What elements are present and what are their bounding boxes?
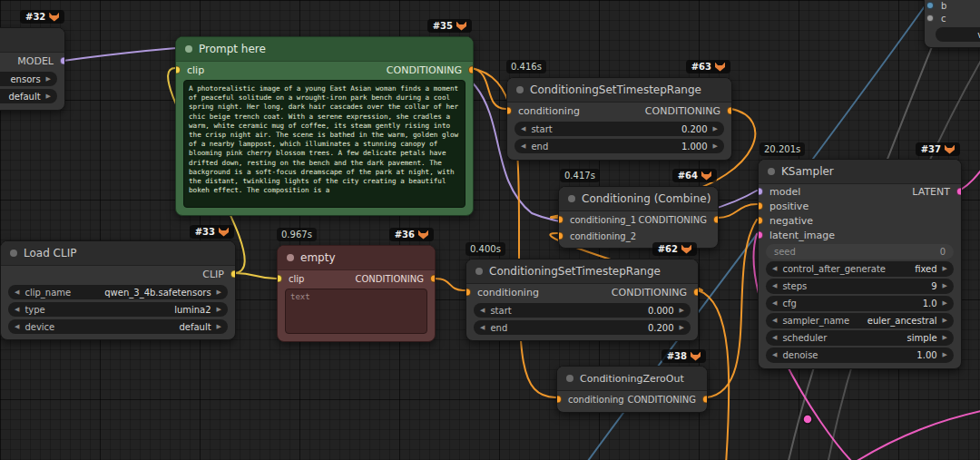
model-input-port[interactable] [758, 188, 763, 196]
widget-model-option[interactable]: ◀ default ▶ [0, 89, 57, 103]
node-graph-canvas[interactable]: { "colors": { "clip": "#f6d24a", "condit… [0, 0, 980, 460]
right-arrow-icon[interactable]: ▶ [46, 76, 51, 83]
clip-input-port[interactable] [277, 275, 282, 283]
right-arrow-icon[interactable]: ▶ [713, 143, 718, 150]
left-arrow-icon[interactable]: ◀ [521, 143, 525, 150]
node-titlebar[interactable]: Prompt here [176, 37, 473, 62]
text-textarea[interactable]: text [285, 289, 427, 334]
node-titlebar[interactable]: empty [278, 246, 435, 270]
conditioning-input-port[interactable] [466, 289, 471, 297]
node-empty-prompt[interactable]: empty clip CONDITIONING text [277, 245, 436, 342]
conditioning-output-port[interactable] [468, 66, 474, 74]
node-titlebar[interactable]: KSampler [759, 160, 961, 184]
conditioning-input-port[interactable] [556, 396, 562, 404]
input-label: clip [187, 64, 204, 76]
fox-icon [701, 171, 711, 181]
widget-device[interactable]: ◀ device default ▶ [8, 319, 228, 334]
node-titlebar[interactable]: ConditioningZeroOut [557, 367, 707, 391]
positive-input-port[interactable] [758, 202, 763, 210]
conditioning-output-port[interactable] [430, 275, 436, 283]
left-arrow-icon[interactable]: ◀ [772, 352, 777, 358]
node-load-clip[interactable]: Load CLIP CLIP ◀ clip_name qwen_3_4b.saf… [0, 240, 236, 340]
node-id-badge: #63 [686, 60, 730, 73]
widget-scheduler[interactable]: ◀ scheduler simple ▶ [766, 330, 954, 346]
left-arrow-icon[interactable]: ◀ [480, 325, 485, 331]
negative-input-port[interactable] [758, 217, 763, 225]
model-output-port[interactable] [60, 57, 65, 65]
port-row: conditioning CONDITIONING [466, 284, 698, 300]
widget-type[interactable]: ◀ type lumina2 ▶ [8, 302, 228, 317]
node-partial-top-right[interactable]: b c value [924, 0, 980, 48]
right-arrow-icon[interactable]: ▶ [680, 308, 684, 314]
conditioning-input-port[interactable] [506, 107, 512, 115]
node-timestep-high[interactable]: ConditioningSetTimestepRange conditionin… [506, 77, 732, 161]
left-arrow-icon[interactable]: ◀ [480, 308, 485, 314]
execution-time-badge: 0.416s [506, 60, 546, 73]
conditioning-output-port[interactable] [702, 396, 708, 404]
left-arrow-icon[interactable]: ◀ [772, 283, 777, 289]
c-port[interactable] [926, 15, 934, 22]
node-titlebar[interactable]: Conditioning (Combine) [559, 187, 718, 211]
widget-model-name[interactable]: ◀ ensors ▶ [0, 72, 57, 86]
port-row: negative [759, 213, 961, 228]
widget-steps[interactable]: ◀ steps 9 ▶ [766, 279, 954, 294]
prompt-textarea[interactable]: A photorealistic image of a young East A… [183, 80, 466, 208]
left-arrow-icon[interactable]: ◀ [772, 300, 777, 307]
node-id-badge: #35 [427, 19, 472, 33]
widget-end[interactable]: ◀ end 0.200 ▶ [474, 320, 691, 335]
port-row: b [925, 0, 980, 12]
right-arrow-icon[interactable]: ▶ [217, 289, 221, 296]
clip-output-port[interactable] [230, 270, 236, 279]
node-prompt[interactable]: Prompt here clip CONDITIONING A photorea… [175, 36, 474, 216]
right-arrow-icon[interactable]: ▶ [680, 325, 684, 331]
widget-denoise[interactable]: ◀ denoise 1.00 ▶ [766, 347, 954, 363]
node-titlebar[interactable] [0, 28, 64, 53]
clip-input-port[interactable] [175, 66, 181, 74]
reroute-dot-latent[interactable] [803, 415, 812, 424]
node-title: Load CLIP [24, 247, 76, 259]
right-arrow-icon[interactable]: ▶ [943, 352, 947, 358]
widget-clip-name[interactable]: ◀ clip_name qwen_3_4b.safetensors ▶ [8, 285, 228, 299]
widget-start[interactable]: ◀ start 0.000 ▶ [474, 303, 691, 318]
left-arrow-icon[interactable]: ◀ [15, 289, 19, 296]
left-arrow-icon[interactable]: ◀ [772, 266, 777, 272]
right-arrow-icon[interactable]: ▶ [217, 324, 221, 330]
right-arrow-icon[interactable]: ▶ [943, 266, 947, 272]
widget-seed[interactable]: seed 0 [766, 244, 954, 259]
widget-start[interactable]: ◀ start 0.200 ▶ [514, 122, 724, 136]
node-titlebar[interactable]: ConditioningSetTimestepRange [466, 259, 698, 284]
right-arrow-icon[interactable]: ▶ [943, 318, 947, 324]
right-arrow-icon[interactable]: ▶ [943, 335, 947, 341]
node-zero-out[interactable]: ConditioningZeroOut conditioning CONDITI… [556, 366, 708, 413]
widget-control-after-generate[interactable]: ◀ control_after_generate fixed ▶ [766, 261, 954, 277]
latent-output-port[interactable] [956, 188, 962, 196]
latent-image-input-port[interactable] [758, 231, 763, 240]
widget-cfg[interactable]: ◀ cfg 1.0 ▶ [766, 296, 954, 311]
node-model-loader[interactable]: MODEL ◀ ensors ▶ ◀ default ▶ [0, 27, 65, 111]
b-port[interactable] [926, 2, 934, 9]
left-arrow-icon[interactable]: ◀ [772, 318, 777, 324]
node-combine[interactable]: Conditioning (Combine) conditioning_1 CO… [558, 186, 719, 249]
widget-value[interactable]: value [936, 27, 980, 42]
right-arrow-icon[interactable]: ▶ [943, 300, 947, 307]
widget-end[interactable]: ◀ end 1.000 ▶ [514, 139, 724, 153]
left-arrow-icon[interactable]: ◀ [15, 307, 19, 313]
left-arrow-icon[interactable]: ◀ [15, 324, 19, 330]
node-titlebar[interactable]: ConditioningSetTimestepRange [507, 78, 731, 103]
conditioning-output-port[interactable] [713, 216, 719, 224]
wire-empty-to-timestep-low [435, 279, 465, 290]
conditioning1-input-port[interactable] [558, 216, 564, 224]
right-arrow-icon[interactable]: ▶ [713, 126, 718, 132]
right-arrow-icon[interactable]: ▶ [217, 307, 221, 313]
conditioning-output-port[interactable] [693, 289, 699, 297]
node-ksampler[interactable]: KSampler model LATENT positive negative … [758, 159, 962, 369]
right-arrow-icon[interactable]: ▶ [46, 93, 51, 100]
conditioning-output-port[interactable] [727, 107, 732, 115]
right-arrow-icon[interactable]: ▶ [943, 283, 947, 289]
node-titlebar[interactable]: Load CLIP [1, 241, 235, 266]
node-timestep-low[interactable]: ConditioningSetTimestepRange conditionin… [466, 259, 699, 341]
left-arrow-icon[interactable]: ◀ [521, 126, 525, 132]
conditioning2-input-port[interactable] [558, 232, 564, 240]
left-arrow-icon[interactable]: ◀ [772, 335, 777, 341]
widget-sampler-name[interactable]: ◀ sampler_name euler_ancestral ▶ [766, 313, 954, 328]
